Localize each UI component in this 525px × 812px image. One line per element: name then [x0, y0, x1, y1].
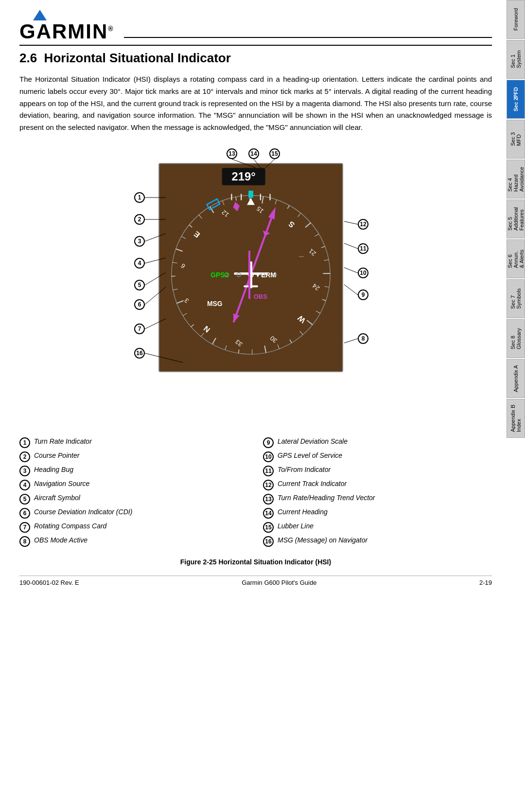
callout-circle-6: 6 — [134, 299, 145, 310]
legend-label-5: Aircraft Symbol — [34, 493, 80, 502]
sidebar-tab-sec8[interactable]: Sec 8Glossary — [507, 319, 525, 358]
legend-circle-3: 3 — [19, 466, 30, 476]
sidebar-tab-sec4[interactable]: Sec 4HazardAvoidance — [507, 160, 525, 198]
hsi-svg: 219° — [159, 164, 342, 371]
legend-item-2: 2 Course Pointer — [19, 450, 248, 464]
footer-guide-title: Garmin G600 Pilot's Guide — [242, 579, 316, 586]
callout-16: 16 — [134, 348, 145, 359]
svg-line-90 — [344, 339, 358, 343]
sidebar-tab-sec6[interactable]: Sec 6Annun.& Alerts — [507, 239, 525, 278]
callout-circle-10: 10 — [358, 268, 368, 278]
callout-7: 7 — [134, 324, 145, 334]
legend-item-9: 9 Lateral Deviation Scale — [263, 435, 492, 450]
callout-circle-5: 5 — [134, 280, 145, 290]
legend-label-3: Heading Bug — [34, 465, 73, 474]
callout-4: 4 — [134, 258, 145, 269]
callout-circle-12: 12 — [358, 219, 368, 230]
header-divider — [124, 37, 492, 38]
legend-label-10: GPS Level of Service — [278, 451, 342, 460]
legend-item-6: 6 Course Deviation Indicator (CDI) — [19, 506, 248, 520]
callout-circle-13: 13 — [227, 148, 237, 159]
main-content: GARMIN® 2.6 Horizontal Situational Indic… — [0, 0, 507, 596]
legend-item-15: 15 Lubber Line — [263, 520, 492, 534]
legend-item-16: 16 MSG (Message) on Navigator — [263, 534, 492, 548]
callout-circle-14: 14 — [248, 148, 259, 159]
legend: 1 Turn Rate Indicator 2 Course Pointer 3… — [19, 435, 492, 548]
callout-1: 1 — [134, 192, 145, 203]
sidebar-tab-sec3[interactable]: Sec 3MFD — [507, 120, 525, 159]
legend-right: 9 Lateral Deviation Scale 10 GPS Level o… — [263, 435, 492, 548]
svg-text:MSG: MSG — [207, 300, 223, 307]
legend-item-4: 4 Navigation Source — [19, 478, 248, 492]
svg-rect-71 — [248, 251, 250, 299]
legend-label-7: Rotating Compass Card — [34, 522, 106, 530]
legend-circle-1: 1 — [19, 437, 30, 448]
callout-circle-4: 4 — [134, 258, 145, 269]
footer-doc-number: 190-00601-02 Rev. E — [19, 579, 79, 586]
callout-8: 8 — [358, 333, 368, 344]
legend-item-11: 11 To/From Indicator — [263, 464, 492, 478]
page-header: GARMIN® — [19, 10, 492, 46]
callout-circle-3: 3 — [134, 236, 145, 247]
sidebar-tab-sec7[interactable]: Sec 7Symbols — [507, 279, 525, 318]
legend-left: 1 Turn Rate Indicator 2 Course Pointer 3… — [19, 435, 248, 548]
legend-circle-12: 12 — [263, 480, 274, 490]
hsi-diagram: 1 2 3 4 5 6 7 16 — [120, 144, 392, 426]
legend-circle-11: 11 — [263, 466, 274, 476]
hsi-diagram-container: 1 2 3 4 5 6 7 16 — [19, 144, 492, 426]
svg-line-87 — [344, 243, 358, 249]
sidebar-tab-sec5[interactable]: Sec 5AdditionalFeatures — [507, 199, 525, 238]
legend-label-14: Current Heading — [278, 507, 328, 516]
section-title: 2.6 Horizontal Situational Indicator — [19, 51, 492, 66]
legend-item-7: 7 Rotating Compass Card — [19, 520, 248, 534]
legend-label-1: Turn Rate Indicator — [34, 437, 92, 446]
legend-item-10: 10 GPS Level of Service — [263, 450, 492, 464]
callout-6: 6 — [134, 299, 145, 310]
legend-item-13: 13 Turn Rate/Heading Trend Vector — [263, 492, 492, 506]
legend-circle-10: 10 — [263, 451, 274, 462]
sidebar-tab-appendixa[interactable]: Appendix A — [507, 359, 525, 398]
callout-circle-16: 16 — [134, 348, 145, 359]
callout-circle-1: 1 — [134, 192, 145, 203]
garmin-triangle-icon — [33, 10, 47, 20]
legend-item-14: 14 Current Heading — [263, 506, 492, 520]
legend-circle-6: 6 — [19, 508, 30, 519]
sidebar-tab-appendixb[interactable]: Appendix BIndex — [507, 399, 525, 438]
svg-line-86 — [344, 221, 358, 224]
legend-item-5: 5 Aircraft Symbol — [19, 492, 248, 506]
garmin-logo: GARMIN® — [19, 10, 114, 42]
svg-text:GPS2: GPS2 — [210, 271, 228, 279]
sidebar-tab-sec2[interactable]: Sec 2PFD — [507, 80, 525, 119]
svg-line-88 — [344, 268, 358, 273]
callout-circle-15: 15 — [269, 148, 280, 159]
callout-14: 14 — [248, 148, 259, 159]
legend-circle-13: 13 — [263, 494, 274, 505]
legend-item-3: 3 Heading Bug — [19, 464, 248, 478]
legend-label-12: Current Track Indicator — [278, 479, 347, 488]
sidebar-tab-foreword[interactable]: Foreword — [507, 0, 525, 39]
svg-text:OBS: OBS — [254, 293, 267, 300]
callout-12: 12 — [358, 219, 368, 230]
legend-label-2: Course Pointer — [34, 451, 79, 460]
legend-item-12: 12 Current Track Indicator — [263, 478, 492, 492]
callout-10: 10 — [358, 268, 368, 278]
page-footer: 190-00601-02 Rev. E Garmin G600 Pilot's … — [19, 576, 492, 586]
callout-13: 13 — [227, 148, 237, 159]
callout-11: 11 — [358, 243, 368, 254]
callout-15: 15 — [269, 148, 280, 159]
legend-circle-4: 4 — [19, 480, 30, 490]
sidebar-tab-sec1[interactable]: Sec 1System — [507, 40, 525, 79]
legend-label-16: MSG (Message) on Navigator — [278, 536, 368, 544]
callout-2: 2 — [134, 214, 145, 225]
legend-label-8: OBS Mode Active — [34, 536, 88, 544]
body-paragraph: The Horizontal Situation Indicator (HSI)… — [19, 73, 492, 134]
callout-5: 5 — [134, 280, 145, 290]
legend-circle-16: 16 — [263, 536, 274, 547]
legend-circle-15: 15 — [263, 522, 274, 533]
footer-page-number: 2-19 — [479, 579, 492, 586]
svg-text:219°: 219° — [232, 170, 256, 183]
legend-circle-7: 7 — [19, 522, 30, 533]
callout-circle-11: 11 — [358, 243, 368, 254]
legend-label-9: Lateral Deviation Scale — [278, 437, 348, 446]
legend-label-13: Turn Rate/Heading Trend Vector — [278, 493, 375, 502]
